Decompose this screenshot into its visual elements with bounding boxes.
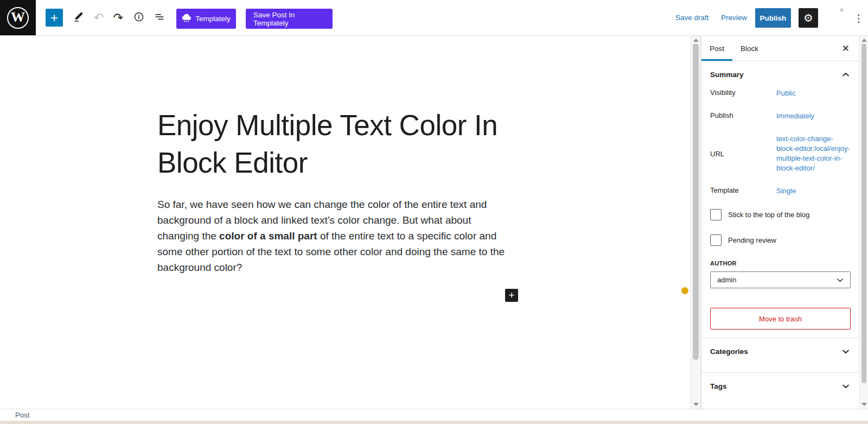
- undo-icon: ↶: [94, 11, 104, 25]
- editor-canvas: Enjoy Multiple Text Color In Block Edito…: [0, 36, 691, 409]
- paragraph-bold-text: color of a small part: [219, 230, 317, 242]
- save-post-in-templately-button[interactable]: Save Post In Templately: [246, 9, 333, 29]
- page-scrollbar[interactable]: [859, 36, 868, 409]
- bottom-edge-strip: [0, 421, 868, 424]
- post-paragraph[interactable]: So far, we have seen how we can change t…: [157, 197, 511, 275]
- chevron-down-icon: [842, 349, 850, 354]
- settings-sidebar: Post Block ✕ Summary Visibility Public P…: [701, 36, 859, 409]
- tab-post[interactable]: Post: [701, 36, 732, 61]
- preview-button[interactable]: Preview: [721, 14, 747, 22]
- recording-cursor-dot: [681, 287, 688, 294]
- visibility-value[interactable]: Public: [776, 88, 851, 98]
- stick-to-top-label: Stick to the top of the blog: [728, 211, 809, 219]
- plus-icon: +: [50, 10, 58, 26]
- scrollbar-thumb[interactable]: [861, 43, 866, 383]
- save-post-button-label: Save Post In Templately: [253, 11, 325, 27]
- visibility-label: Visibility: [710, 88, 776, 98]
- author-label: AUTHOR: [710, 260, 851, 267]
- list-view-button[interactable]: [152, 8, 167, 28]
- undo-button[interactable]: ↶: [91, 8, 106, 28]
- tab-block[interactable]: Block: [732, 36, 767, 61]
- publish-value[interactable]: Immediately: [776, 111, 851, 121]
- tags-title: Tags: [710, 382, 727, 390]
- tags-panel-header[interactable]: Tags: [701, 373, 859, 399]
- scroll-down-arrow-icon[interactable]: [861, 403, 867, 406]
- editor-footer: Post: [0, 409, 868, 421]
- template-row: Template Single: [710, 186, 851, 196]
- wordpress-logo[interactable]: W: [0, 0, 36, 35]
- url-row: URL text-color-change-block-editor.local…: [710, 134, 851, 173]
- publish-label: Publish: [710, 111, 776, 121]
- details-button[interactable]: [131, 8, 146, 28]
- settings-button[interactable]: ⚙: [799, 8, 818, 28]
- summary-panel-body: Visibility Public Publish Immediately UR…: [701, 87, 859, 330]
- template-value[interactable]: Single: [776, 186, 851, 196]
- pencil-icon: [72, 11, 84, 25]
- publish-button[interactable]: Publish: [755, 8, 791, 28]
- wordpress-w-icon: W: [7, 7, 29, 29]
- editor-topbar: W + ↶ ↷: [0, 0, 868, 36]
- chevron-down-icon: [837, 278, 844, 282]
- templately-button[interactable]: Templately: [176, 9, 236, 29]
- move-to-trash-button[interactable]: Move to trash: [710, 308, 851, 330]
- block-inserter-button[interactable]: +: [505, 289, 518, 302]
- options-menu-button[interactable]: ⋮: [853, 11, 865, 25]
- redo-icon: ↷: [113, 11, 123, 25]
- scroll-up-arrow-icon[interactable]: [861, 39, 867, 42]
- categories-title: Categories: [710, 347, 748, 356]
- pending-review-checkbox[interactable]: [710, 235, 722, 246]
- scroll-down-arrow-icon[interactable]: [693, 403, 699, 406]
- template-label: Template: [710, 186, 776, 196]
- chevron-up-icon: [842, 72, 850, 77]
- author-select[interactable]: admin: [710, 271, 851, 288]
- edit-mode-button[interactable]: [71, 8, 86, 28]
- sidebar-tabs: Post Block ✕: [701, 36, 859, 61]
- pending-review-label: Pending review: [728, 236, 776, 244]
- close-sidebar-icon[interactable]: ✕: [842, 43, 850, 54]
- stick-to-top-row[interactable]: Stick to the top of the blog: [710, 209, 851, 220]
- breadcrumb[interactable]: Post: [15, 411, 29, 419]
- avatar-notification-dot: [840, 8, 844, 12]
- add-block-button[interactable]: +: [46, 9, 63, 27]
- pending-review-row[interactable]: Pending review: [710, 235, 851, 246]
- post-title[interactable]: Enjoy Multiple Text Color In Block Edito…: [157, 106, 526, 182]
- gutenberg-editor: W + ↶ ↷: [0, 0, 868, 424]
- tags-panel: Tags: [701, 373, 859, 399]
- info-icon: [133, 11, 145, 25]
- scrollbar-thumb[interactable]: [693, 43, 699, 360]
- visibility-row: Visibility Public: [710, 88, 851, 98]
- templately-cloud-icon: [182, 13, 192, 24]
- gear-icon: ⚙: [803, 11, 813, 24]
- summary-title: Summary: [710, 71, 744, 79]
- save-draft-button[interactable]: Save draft: [675, 14, 709, 22]
- summary-panel-header[interactable]: Summary: [701, 61, 859, 87]
- categories-panel-header[interactable]: Categories: [701, 338, 859, 364]
- redo-button[interactable]: ↷: [111, 8, 126, 28]
- templately-button-label: Templately: [195, 15, 231, 23]
- chevron-down-icon: [842, 384, 850, 389]
- publish-row: Publish Immediately: [710, 111, 851, 121]
- url-label: URL: [710, 150, 776, 158]
- list-view-icon: [154, 11, 165, 25]
- url-value[interactable]: text-color-change-block-editor.local/enj…: [776, 134, 851, 173]
- scroll-up-arrow-icon[interactable]: [693, 39, 699, 42]
- plus-icon: +: [508, 289, 514, 301]
- stick-to-top-checkbox[interactable]: [710, 209, 722, 220]
- categories-panel: Categories: [701, 338, 859, 364]
- ellipsis-vertical-icon: ⋮: [854, 12, 864, 24]
- author-select-value: admin: [717, 276, 736, 284]
- editor-scrollbar[interactable]: [691, 36, 701, 409]
